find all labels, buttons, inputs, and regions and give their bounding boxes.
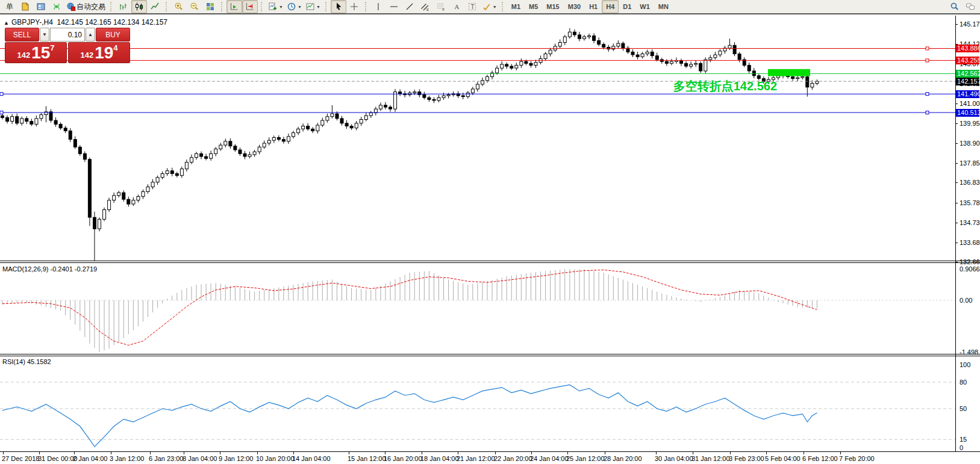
line-handle[interactable] (926, 93, 929, 96)
toolbar-tf-w1[interactable]: W1 (635, 0, 654, 13)
main-chart-canvas[interactable] (0, 16, 955, 261)
chevron-up-icon: ▲ (88, 32, 93, 37)
macd-pane-canvas[interactable] (0, 263, 955, 354)
toolbar-order-partial[interactable]: 单 (2, 0, 17, 13)
toolbar-grip (365, 2, 367, 11)
toolbar-templates[interactable]: ▼ (304, 0, 322, 13)
line-handle[interactable] (0, 111, 3, 114)
sell-button[interactable]: SELL (5, 28, 39, 42)
toolbar-chat[interactable] (963, 0, 978, 13)
toolbar-crosshair[interactable] (346, 0, 362, 13)
buy-price-pip: 4 (113, 43, 117, 52)
macd-axis-label: -1.498 (960, 348, 978, 356)
time-tick (349, 452, 349, 454)
line-handle[interactable] (926, 111, 929, 114)
new-chart-icon (268, 2, 278, 11)
macd-indicator-label: MACD(12,26,9) -0.2401 -0.2719 (2, 265, 97, 273)
line-handle[interactable] (0, 93, 3, 96)
toolbar-zoom-in[interactable] (171, 0, 187, 13)
time-tick (730, 452, 731, 454)
toolbar-tf-d1[interactable]: D1 (619, 0, 635, 13)
toolbar-zoom-out[interactable] (187, 0, 202, 13)
toolbar-tf-m30[interactable]: M30 (564, 0, 585, 13)
time-tick (422, 452, 422, 454)
toolbar-candlestick-chart[interactable] (131, 0, 147, 13)
volume-up-button[interactable]: ▲ (86, 28, 95, 42)
time-tick (804, 452, 804, 454)
toolbar-vertical-line[interactable] (370, 0, 386, 13)
time-label: 10 Jan 20:00 (256, 455, 295, 462)
time-label: 9 Jan 12:00 (219, 455, 254, 462)
toolbar-chart-shift[interactable] (242, 0, 258, 13)
toolbar-tile-windows[interactable] (202, 0, 218, 13)
candlestick-chart-icon (134, 2, 144, 11)
text-label-icon: T (467, 2, 477, 11)
volume-down-button[interactable]: ▼ (40, 28, 49, 42)
rsi-pane-canvas[interactable] (0, 356, 955, 451)
toolbar-tf-mn[interactable]: MN (654, 0, 673, 13)
price-tick-label: 139.950 (960, 120, 980, 128)
toolbar-auto-scroll[interactable] (226, 0, 242, 13)
templates-icon (305, 2, 315, 11)
price-tick-label: 145.170 (960, 20, 980, 28)
chat-icon (966, 2, 975, 11)
toolbar-tf-m1[interactable]: M1 (507, 0, 525, 13)
rsi-axis-label: 50 (960, 405, 967, 413)
sell-price-pip: 7 (50, 43, 54, 52)
time-tick (567, 452, 568, 454)
signals-icon (52, 2, 61, 11)
line-handle[interactable] (926, 47, 929, 50)
price-tick (955, 123, 958, 124)
buy-button[interactable]: BUY (96, 28, 130, 42)
dropdown-caret-icon[interactable]: ▼ (298, 5, 302, 9)
macd-axis-label: 0.9066 (960, 265, 980, 273)
dropdown-caret-icon[interactable]: ▼ (316, 5, 320, 9)
toolbar-equidistant-channel[interactable]: E (417, 0, 433, 13)
toolbar-grip (166, 2, 168, 11)
highlight-box[interactable] (768, 69, 810, 76)
rsi-axis-label: 100 (960, 361, 970, 369)
macd-axis-label: 0.00 (960, 297, 972, 305)
toolbar-profile[interactable] (33, 0, 49, 13)
buy-price-display[interactable]: 142 19 4 (68, 42, 130, 63)
price-tick-label: 133.680 (960, 239, 980, 247)
time-label: 7 Feb 20:00 (839, 455, 875, 462)
toolbar-horizontal-line[interactable] (386, 0, 402, 13)
price-tick (955, 104, 958, 104)
svg-text:E: E (426, 8, 429, 11)
toolbar-search[interactable] (947, 0, 963, 13)
toolbar-arrows[interactable]: ▼ (480, 0, 499, 13)
toolbar-history-center[interactable] (17, 0, 33, 13)
toolbar-cursor[interactable] (331, 0, 346, 13)
time-label: 28 Jan 20:00 (604, 455, 642, 462)
time-label: 8 Jan 04:00 (183, 455, 217, 462)
toolbar-signals[interactable] (49, 0, 64, 13)
fibonacci-icon: F (436, 2, 446, 11)
horizontal-line-icon (389, 2, 399, 11)
toolbar-periods[interactable]: ▼ (285, 0, 304, 13)
toolbar-trendline[interactable] (402, 0, 417, 13)
auto-scroll-icon (229, 2, 239, 11)
toolbar-autotrading[interactable]: 自动交易 (64, 0, 107, 13)
toolbar-text[interactable]: A (449, 0, 464, 13)
dropdown-caret-icon[interactable]: ▼ (279, 5, 283, 9)
dropdown-caret-icon[interactable]: ▼ (493, 5, 497, 9)
toolbar-tf-m5[interactable]: M5 (525, 0, 542, 13)
toolbar-bar-chart[interactable] (116, 0, 131, 13)
price-badge: 140.513 (956, 109, 979, 117)
toolbar-tf-h1[interactable]: H1 (585, 0, 602, 13)
toolbar-new-chart[interactable]: ▼ (266, 0, 285, 13)
collapse-panel-icon[interactable]: ▲ (4, 20, 9, 26)
toolbar-text-label[interactable]: T (464, 0, 480, 13)
macd-histogram (2, 269, 817, 352)
sell-price-display[interactable]: 142 15 7 (5, 42, 67, 63)
time-label: 2 Jan 04:00 (73, 455, 108, 462)
toolbar-line-chart[interactable] (147, 0, 163, 13)
volume-input[interactable] (50, 28, 85, 42)
toolbar-tf-h4[interactable]: H4 (602, 0, 619, 13)
toolbar-grip (110, 2, 113, 11)
line-handle[interactable] (926, 59, 929, 62)
toolbar-tf-m15[interactable]: M15 (542, 0, 563, 13)
vertical-line-icon (373, 2, 383, 11)
toolbar-fibonacci[interactable]: F (433, 0, 449, 13)
